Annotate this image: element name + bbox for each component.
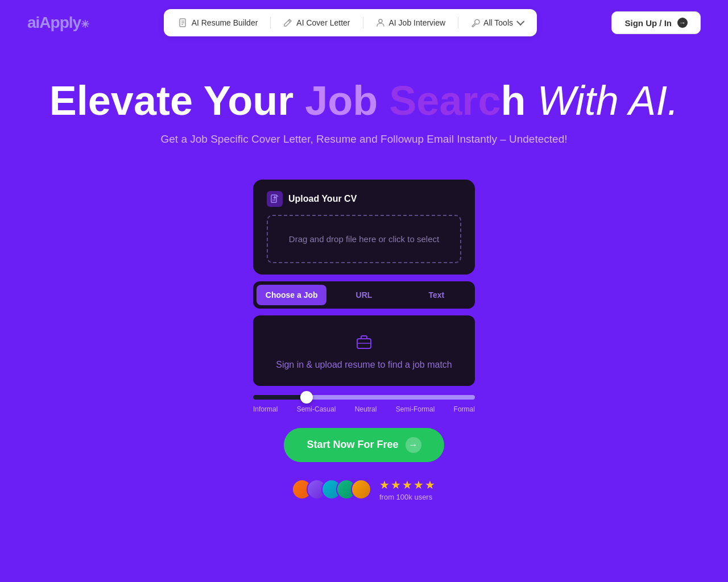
tab-text[interactable]: Text (402, 285, 471, 305)
rating-info: ★★★★★ from 100k users (379, 478, 436, 501)
navigation: aiApply✳ AI Resume Builder AI Cover Lett… (0, 0, 728, 45)
nav-divider (270, 17, 271, 28)
file-dropzone[interactable]: Drag and drop file here or click to sele… (267, 215, 461, 263)
slider-label-semi-casual: Semi-Casual (297, 405, 336, 413)
hero-title-job: Job (305, 78, 378, 123)
job-tabs-bar: Choose a Job URL Text (253, 281, 475, 309)
upload-icon-box (267, 191, 283, 207)
slider-thumb[interactable] (300, 391, 313, 404)
slider-label-semi-formal: Semi-Formal (396, 405, 435, 413)
pen-icon (283, 18, 292, 27)
upload-card-title: Upload Your CV (288, 194, 357, 204)
nav-item-all-tools[interactable]: All Tools (463, 14, 530, 32)
tab-url-label: URL (356, 290, 373, 300)
hero-title-h: h (501, 78, 526, 123)
social-proof-section: ★★★★★ from 100k users (292, 478, 436, 501)
hero-section: Elevate Your Job Search With AI. Get a J… (0, 45, 728, 168)
logo-star: ✳ (81, 19, 89, 30)
tone-slider-container: Informal Semi-Casual Neutral Semi-Formal… (253, 393, 475, 415)
brand-logo[interactable]: aiApply✳ (27, 14, 89, 32)
nav-divider-2 (363, 17, 363, 28)
hero-title-ai: With AI. (526, 78, 679, 123)
cta-label: Start Now For Free (307, 439, 398, 451)
nav-label-job-interview: AI Job Interview (389, 18, 446, 27)
signup-button[interactable]: Sign Up / In → (611, 11, 701, 34)
nav-label-all-tools: All Tools (483, 18, 513, 27)
chevron-down-icon (516, 18, 524, 26)
person-icon (376, 18, 385, 27)
signup-arrow-icon: → (677, 18, 688, 28)
slider-track (253, 395, 475, 400)
tab-url[interactable]: URL (329, 285, 399, 305)
users-count-text: from 100k users (379, 493, 436, 501)
slider-label-formal: Formal (454, 405, 475, 413)
svg-point-5 (379, 19, 382, 23)
wrench-icon (471, 18, 480, 27)
cta-arrow-icon: → (406, 437, 421, 453)
briefcase-icon (354, 331, 374, 352)
svg-line-4 (288, 20, 290, 22)
nav-label-cover-letter: AI Cover Letter (296, 18, 350, 27)
upload-cv-card: Upload Your CV Drag and drop file here o… (253, 180, 475, 275)
main-content-area: Upload Your CV Drag and drop file here o… (0, 168, 728, 501)
dropzone-text: Drag and drop file here or click to sele… (289, 234, 439, 244)
tab-text-label: Text (428, 290, 444, 300)
slider-labels: Informal Semi-Casual Neutral Semi-Formal… (253, 405, 475, 413)
slider-label-informal: Informal (253, 405, 278, 413)
upload-file-icon (270, 194, 279, 203)
nav-item-job-interview[interactable]: AI Job Interview (368, 14, 454, 32)
hero-title: Elevate Your Job Search With AI. (0, 80, 728, 123)
nav-item-cover-letter[interactable]: AI Cover Letter (275, 14, 358, 32)
upload-card-header: Upload Your CV (267, 191, 461, 207)
signin-prompt-card: Sign in & upload resume to find a job ma… (253, 315, 475, 386)
logo-text-prefix: ai (27, 14, 39, 31)
signin-prompt-text: Sign in & upload resume to find a job ma… (276, 360, 452, 370)
document-icon (179, 18, 188, 27)
slider-label-neutral: Neutral (355, 405, 377, 413)
nav-label-resume-builder: AI Resume Builder (192, 18, 258, 27)
nav-item-resume-builder[interactable]: AI Resume Builder (171, 14, 266, 32)
avatar-group (292, 479, 371, 500)
avatar (351, 479, 371, 500)
tab-choose-a-job-label: Choose a Job (266, 290, 318, 300)
tab-choose-a-job[interactable]: Choose a Job (257, 285, 326, 305)
svg-rect-6 (271, 195, 276, 202)
hero-title-part1: Elevate Your (49, 78, 305, 123)
logo-text-suffix: Apply (39, 14, 81, 31)
hero-title-search: Searc (378, 78, 500, 123)
nav-divider-3 (458, 17, 458, 28)
cta-button[interactable]: Start Now For Free → (284, 428, 444, 462)
stars-rating: ★★★★★ (379, 478, 436, 492)
nav-menu: AI Resume Builder AI Cover Letter AI Job… (164, 9, 537, 36)
signup-label: Sign Up / In (624, 18, 672, 28)
hero-subtitle: Get a Job Specific Cover Letter, Resume … (0, 133, 728, 146)
